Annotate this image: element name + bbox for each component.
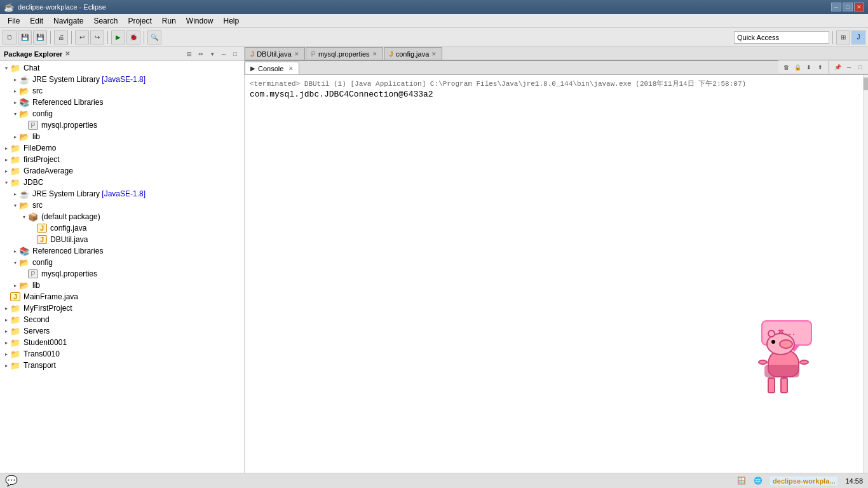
tab-mysql-props[interactable]: P mysql.properties ✕ xyxy=(306,47,383,60)
tree-item-jdbc-reflib[interactable]: ▸📚Referenced Libraries xyxy=(0,245,244,257)
taskbar-browser[interactable]: 🌐 xyxy=(754,477,763,485)
taskbar-eclipse[interactable]: declipse-workpla... xyxy=(770,477,837,485)
tree-item-chat[interactable]: ▾📁Chat xyxy=(0,62,244,74)
tree-arrow[interactable]: ▸ xyxy=(11,283,19,288)
tree-item-servers[interactable]: ▸📁Servers xyxy=(0,325,244,337)
menu-run[interactable]: Run xyxy=(157,14,181,27)
save-button[interactable]: 💾 xyxy=(18,30,32,44)
run-button[interactable]: ▶ xyxy=(111,30,125,44)
quick-access-input[interactable]: Quick Access xyxy=(734,31,829,44)
tab-dbutil[interactable]: J DBUtil.java ✕ xyxy=(245,47,305,60)
tree-item-jdbc-lib[interactable]: ▸📂lib xyxy=(0,280,244,291)
tree-arrow[interactable]: ▸ xyxy=(11,77,19,83)
tree-arrow[interactable]: ▾ xyxy=(11,260,19,266)
tree-arrow[interactable]: ▸ xyxy=(11,134,19,140)
tab-mysql-props-close[interactable]: ✕ xyxy=(372,51,377,57)
tree-item-second[interactable]: ▸📁Second xyxy=(0,314,244,325)
tree-arrow[interactable]: ▸ xyxy=(11,248,19,254)
redo-button[interactable]: ↪ xyxy=(90,30,104,44)
tree-item-jdbc-jre[interactable]: ▸☕JRE System Library [JavaSE-1.8] xyxy=(0,188,244,200)
tree-arrow[interactable]: ▾ xyxy=(20,214,28,220)
console-maximize[interactable]: □ xyxy=(855,62,865,72)
tree-item-chat-jre[interactable]: ▸☕JRE System Library [JavaSE-1.8] xyxy=(0,74,244,85)
console-minimize[interactable]: ─ xyxy=(844,62,854,72)
tree-item-student0001[interactable]: ▸📁Student0001 xyxy=(0,337,244,348)
undo-button[interactable]: ↩ xyxy=(75,30,89,44)
tab-config-java-close[interactable]: ✕ xyxy=(431,51,437,57)
collapse-all-button[interactable]: ⊟ xyxy=(184,49,194,59)
tree-item-myfirstproject[interactable]: ▸📁MyFirstProject xyxy=(0,302,244,314)
tree-arrow[interactable]: ▸ xyxy=(11,100,19,105)
tree-arrow[interactable]: ▸ xyxy=(11,88,19,94)
console-scrollbar[interactable] xyxy=(863,75,868,473)
tree-arrow[interactable]: ▾ xyxy=(3,65,10,71)
editor-tabs[interactable]: J DBUtil.java ✕ P mysql.properties ✕ J c… xyxy=(245,47,868,61)
tree-arrow[interactable]: ▸ xyxy=(3,340,10,346)
close-button[interactable]: ✕ xyxy=(854,3,864,11)
maximize-button[interactable]: □ xyxy=(843,3,853,11)
search-button[interactable]: 🔍 xyxy=(147,30,161,44)
tree-item-chat-config-mysql[interactable]: Pmysql.properties xyxy=(0,119,244,131)
console-toolbar[interactable]: 🗑 🔒 ⬇ ⬆ 📌 ─ □ xyxy=(778,60,868,74)
tree-item-trans0010[interactable]: ▸📁Trans0010 xyxy=(0,348,244,360)
tree-item-chat-lib[interactable]: ▸📂lib xyxy=(0,131,244,142)
tree-item-jdbc-src[interactable]: ▾📂src xyxy=(0,200,244,211)
tree-item-mainframe[interactable]: JMainFrame.java xyxy=(0,291,244,302)
tree-item-jdbc[interactable]: ▾📁JDBC xyxy=(0,177,244,188)
console-tab[interactable]: ▶ Console ✕ xyxy=(245,62,299,74)
tab-dbutil-close[interactable]: ✕ xyxy=(294,51,299,57)
perspective-btn[interactable]: ⊞ xyxy=(836,30,850,44)
scroll-lock-button[interactable]: 🔒 xyxy=(792,62,803,72)
tree-item-jdbc-config-mysql[interactable]: Pmysql.properties xyxy=(0,268,244,280)
tree-item-filedemo[interactable]: ▸📁FileDemo xyxy=(0,142,244,154)
perspective-java-btn[interactable]: J xyxy=(851,30,865,44)
tree-arrow[interactable]: ▾ xyxy=(11,111,19,117)
tree-arrow[interactable]: ▸ xyxy=(3,363,10,369)
tree-item-gradeaverage[interactable]: ▸📁GradeAverage xyxy=(0,165,244,177)
save-all-button[interactable]: 💾 xyxy=(33,30,47,44)
tree-item-jdbc-config[interactable]: ▾📂config xyxy=(0,257,244,268)
link-editor-button[interactable]: ⇔ xyxy=(196,49,206,59)
taskbar-start[interactable]: 🪟 xyxy=(737,477,746,485)
console-scroll-end[interactable]: ⬇ xyxy=(804,62,814,72)
tree-item-transport[interactable]: ▸📁Transport xyxy=(0,360,244,371)
tree-item-firstproject[interactable]: ▸📁firstProject xyxy=(0,154,244,165)
panel-minimize-button[interactable]: ─ xyxy=(219,49,229,59)
tree-item-chat-reflib[interactable]: ▸📚Referenced Libraries xyxy=(0,97,244,108)
tree-arrow[interactable]: ▾ xyxy=(3,180,10,186)
clear-console-button[interactable]: 🗑 xyxy=(781,62,791,72)
console-tab-close[interactable]: ✕ xyxy=(288,65,294,72)
menu-file[interactable]: File xyxy=(3,14,25,27)
tree-arrow[interactable]: ▸ xyxy=(3,146,10,151)
tree-area[interactable]: ▾📁Chat▸☕JRE System Library [JavaSE-1.8]▸… xyxy=(0,61,244,473)
panel-menu-button[interactable]: ▾ xyxy=(207,49,217,59)
menu-navigate[interactable]: Navigate xyxy=(48,14,88,27)
minimize-button[interactable]: ─ xyxy=(831,3,841,11)
panel-maximize-button[interactable]: □ xyxy=(230,49,240,59)
tree-item-jdbc-dbutil-java[interactable]: JDBUtil.java xyxy=(0,234,244,245)
menu-window[interactable]: Window xyxy=(181,14,219,27)
tree-arrow[interactable]: ▸ xyxy=(3,168,10,174)
debug-button[interactable]: 🐞 xyxy=(126,30,140,44)
tree-arrow[interactable]: ▸ xyxy=(3,351,10,357)
tree-arrow[interactable]: ▸ xyxy=(11,191,19,197)
panel-close-icon[interactable]: ✕ xyxy=(65,50,70,57)
pin-console-button[interactable]: 📌 xyxy=(832,62,843,72)
menu-search[interactable]: Search xyxy=(88,14,123,27)
tree-arrow[interactable]: ▸ xyxy=(3,306,10,311)
console-scroll-start[interactable]: ⬆ xyxy=(815,62,825,72)
menu-project[interactable]: Project xyxy=(123,14,156,27)
tree-arrow[interactable]: ▸ xyxy=(3,317,10,323)
new-button[interactable]: 🗋 xyxy=(3,30,17,44)
tree-arrow[interactable]: ▾ xyxy=(11,203,19,208)
tree-arrow[interactable]: ▸ xyxy=(3,157,10,163)
title-bar-controls[interactable]: ─ □ ✕ xyxy=(831,3,864,11)
tree-item-jdbc-defpkg[interactable]: ▾📦(default package) xyxy=(0,211,244,222)
tab-config-java[interactable]: J config.java ✕ xyxy=(384,47,443,60)
console-tabs[interactable]: ▶ Console ✕ 🗑 🔒 ⬇ ⬆ 📌 ─ □ xyxy=(245,61,868,75)
print-button[interactable]: 🖨 xyxy=(54,30,68,44)
tree-item-chat-config[interactable]: ▾📂config xyxy=(0,108,244,119)
tree-arrow[interactable]: ▸ xyxy=(3,329,10,334)
menu-edit[interactable]: Edit xyxy=(25,14,48,27)
menu-help[interactable]: Help xyxy=(219,14,245,27)
